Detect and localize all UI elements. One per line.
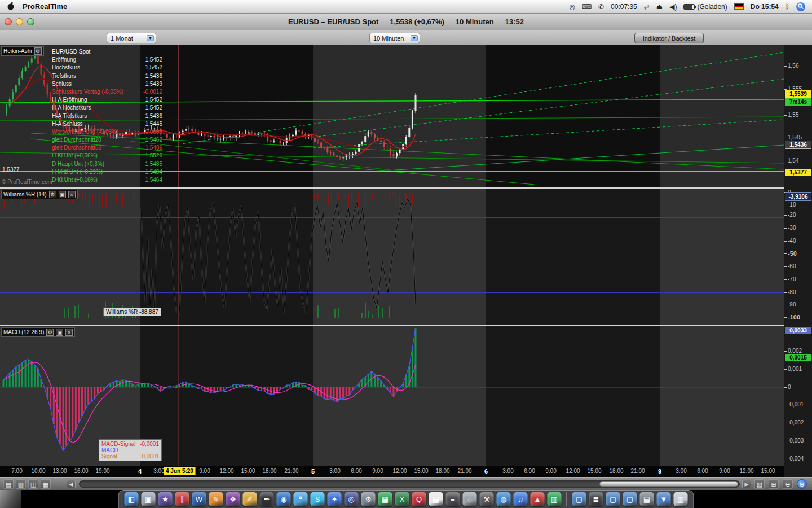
- german-flag-icon[interactable]: [734, 3, 744, 10]
- time-label: 3:00: [676, 468, 686, 474]
- zoom-box-icon[interactable]: ⊞: [769, 479, 779, 489]
- dock-word[interactable]: W: [192, 492, 206, 506]
- dock-imovie[interactable]: ★: [158, 492, 173, 506]
- print-icon[interactable]: ▤: [3, 479, 14, 489]
- close-button[interactable]: [5, 18, 12, 25]
- volume-icon[interactable]: ◀): [669, 3, 677, 11]
- legend-value: 1,5526: [145, 152, 162, 160]
- wrench-icon[interactable]: ⚙: [34, 47, 42, 55]
- folder-icon[interactable]: ▣: [56, 329, 63, 336]
- eject-icon[interactable]: ⏏: [656, 3, 663, 11]
- axis-tick-label: -20: [788, 212, 796, 218]
- dock-finder[interactable]: ◧: [125, 492, 139, 506]
- range-dropdown[interactable]: 1 Monat ▼: [107, 33, 156, 43]
- dock-utility[interactable]: ⚒: [480, 492, 494, 506]
- dock-dvd[interactable]: ◎: [345, 492, 359, 506]
- dock-pencil[interactable]: ✐: [243, 492, 257, 506]
- time-label: 18:00: [609, 468, 623, 474]
- scroll-left-button[interactable]: ◀: [67, 480, 76, 488]
- legend-value: 1,5486: [145, 144, 162, 152]
- layout-icon[interactable]: ▥: [16, 479, 26, 489]
- bluetooth-icon[interactable]: ᛒ: [785, 3, 789, 11]
- dock-pdf[interactable]: ▲: [531, 492, 545, 506]
- williams-chart-surface[interactable]: [0, 189, 784, 325]
- time-label: 18:00: [262, 468, 276, 474]
- dock-preview[interactable]: ▣: [142, 492, 156, 506]
- columns-icon[interactable]: ◫: [28, 479, 38, 489]
- timeframe-dropdown[interactable]: 10 Minuten ▼: [369, 33, 420, 43]
- dock-downloads[interactable]: ▼: [657, 492, 671, 506]
- apple-menu[interactable]: [7, 2, 15, 12]
- dock-stocks[interactable]: ▦: [378, 492, 392, 506]
- dock-chart[interactable]: ▥: [548, 492, 562, 506]
- axis-price-tag: -3,9106: [785, 192, 811, 201]
- time-label: 6:00: [351, 468, 361, 474]
- dock-parallels[interactable]: ∥: [175, 492, 189, 506]
- dock-stack-docs[interactable]: ≣: [589, 492, 603, 506]
- time-label: 15:00: [241, 468, 255, 474]
- williams-indicator-tab[interactable]: Williams %R (14) ⚙ ▣ ×: [1, 190, 78, 199]
- legend-label: Höchstkurs: [52, 64, 80, 72]
- wrench-icon[interactable]: ⚙: [49, 191, 56, 198]
- menu-timer[interactable]: 00:07:35: [611, 3, 637, 11]
- chart-tool-icon[interactable]: ▧: [754, 479, 765, 489]
- minimize-button[interactable]: [16, 18, 23, 25]
- dock-trash[interactable]: ▥: [674, 492, 688, 506]
- main-indicator-tab[interactable]: Heikin-Ashi ⚙: [1, 46, 44, 56]
- spotlight-icon[interactable]: [796, 2, 805, 11]
- folder-icon[interactable]: ▣: [59, 191, 66, 198]
- zoom-out-icon[interactable]: ⊖: [783, 479, 793, 489]
- app-menu-title[interactable]: ProRealTime: [23, 2, 67, 11]
- battery-status[interactable]: (Geladen): [683, 3, 727, 11]
- dock-settings[interactable]: ⚙: [361, 492, 376, 506]
- zoom-button[interactable]: [27, 18, 34, 25]
- dock-disc[interactable]: ◌: [463, 492, 477, 506]
- menu-clock[interactable]: Do 15:54: [751, 3, 779, 11]
- dock-ink[interactable]: ✒: [260, 492, 274, 506]
- dock-calculator[interactable]: ≡: [446, 492, 460, 506]
- window-titlebar[interactable]: EURUSD – EUR/USD Spot1,5538 (+0,67%)10 M…: [0, 14, 812, 30]
- desktop-wallpaper: [0, 490, 21, 508]
- dock-iwork[interactable]: ❖: [226, 492, 240, 506]
- panel-separator[interactable]: [0, 187, 812, 189]
- dock-music[interactable]: ♫: [514, 492, 528, 506]
- panel-separator[interactable]: [0, 325, 812, 326]
- binoculars-icon[interactable]: ◎: [569, 3, 575, 11]
- zoom-in-icon[interactable]: ⊕: [797, 479, 807, 489]
- scrollbar-track[interactable]: [79, 480, 740, 488]
- dock-earth[interactable]: ◉: [277, 492, 291, 506]
- time-label: 12:00: [566, 468, 580, 474]
- resolution-icon[interactable]: ⇄: [644, 3, 650, 11]
- williams-value-label: Williams %R -88,887: [103, 308, 161, 316]
- dock-writer[interactable]: ✎: [209, 492, 223, 506]
- close-icon[interactable]: ×: [68, 191, 76, 198]
- dock-excel[interactable]: X: [395, 492, 409, 506]
- dock-folder-apps[interactable]: ▢: [572, 492, 586, 506]
- scroll-right-button[interactable]: ▶: [742, 480, 751, 488]
- dock-folder-2[interactable]: ▢: [623, 492, 637, 506]
- dock-ical[interactable]: ▤: [429, 492, 443, 506]
- dock-chat[interactable]: ❝: [294, 492, 308, 506]
- dropdown-arrow-icon: ▼: [147, 35, 154, 41]
- indicator-backtest-button[interactable]: Indikator / Backtest: [634, 33, 704, 43]
- time-label: 10:00: [31, 468, 45, 474]
- dock-stack-2[interactable]: ▤: [640, 492, 654, 506]
- screen: ProRealTime ◎⌨✆00:07:35⇄⏏◀)(Geladen)Do 1…: [0, 0, 812, 508]
- macd-indicator-tab[interactable]: MACD (12 26 9) ⚙ ▣ ×: [1, 327, 75, 337]
- export-icon[interactable]: ▦: [41, 479, 51, 489]
- dock-skype[interactable]: S: [311, 492, 325, 506]
- dock-network[interactable]: ◍: [497, 492, 511, 506]
- legend-row: H Mittl Unt (+0,29%)1,5484: [52, 168, 162, 176]
- keyboard-icon[interactable]: ⌨: [582, 3, 592, 11]
- dock-quicktime[interactable]: Q: [412, 492, 426, 506]
- scrollbar-thumb[interactable]: [599, 481, 738, 487]
- dock-safari[interactable]: ✦: [328, 492, 342, 506]
- legend-label: H Mittl Unt (+0,29%): [52, 168, 103, 176]
- phone-icon[interactable]: ✆: [598, 3, 604, 11]
- dock-folder-1[interactable]: ▢: [606, 492, 620, 506]
- close-icon[interactable]: ×: [65, 329, 73, 336]
- macd-indicator-label: MACD (12 26 9): [3, 329, 44, 335]
- wrench-icon[interactable]: ⚙: [46, 329, 54, 336]
- chart-area[interactable]: 7:0010:0013:0016:0019:0043:009:0012:0015…: [0, 45, 812, 477]
- dock: ◧▣★∥W✎❖✐✒◉❝S✦◎⚙▦XQ▤≡◌⚒◍♫▲▥ ▢≣▢▢▤▼▥: [118, 490, 694, 508]
